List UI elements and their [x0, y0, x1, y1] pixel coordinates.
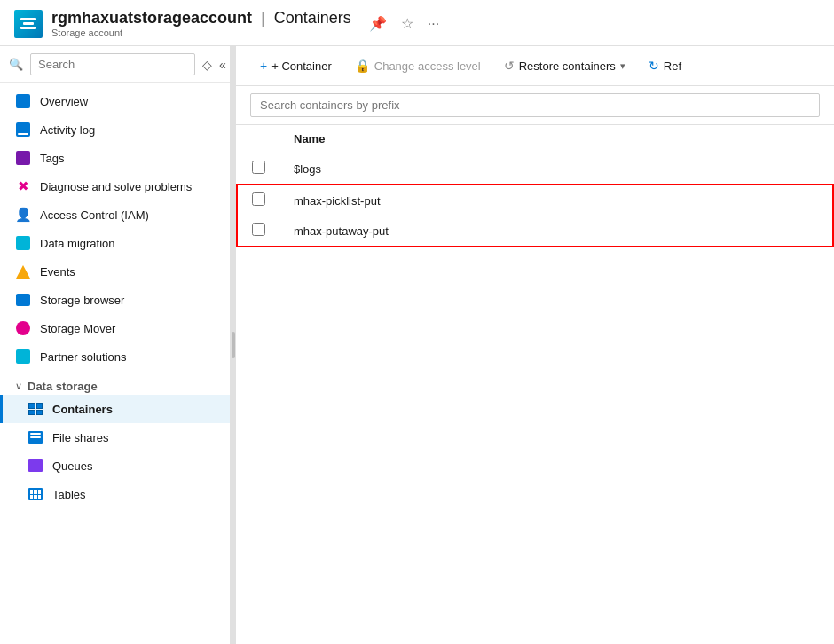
- events-icon: [15, 263, 31, 279]
- row-name-logs: $logs: [279, 153, 833, 185]
- sidebar-search-area: 🔍 ◇ «: [0, 46, 230, 83]
- row-checkbox-putaway[interactable]: [252, 223, 265, 236]
- row-checkbox-logs[interactable]: [252, 161, 265, 174]
- content-area: + + Container 🔒 Change access level ↺ Re…: [236, 46, 834, 644]
- sidebar-item-diagnose[interactable]: ✖ Diagnose and solve problems: [0, 172, 230, 200]
- row-name-picklist: mhax-picklist-put: [279, 185, 833, 216]
- sidebar-item-label-iam: Access Control (IAM): [40, 208, 149, 222]
- partner-solutions-icon: [15, 349, 31, 365]
- containers-table: Name $logs: [236, 125, 834, 247]
- resource-icon: [14, 10, 43, 38]
- sidebar-item-label-file-shares: File shares: [52, 431, 109, 444]
- sidebar-item-file-shares[interactable]: File shares: [0, 423, 230, 452]
- header-actions: 📌 ☆ ···: [367, 13, 441, 34]
- row-name-putaway: mhax-putaway-put: [279, 216, 833, 247]
- sidebar-collapse-button[interactable]: ◇: [202, 58, 212, 72]
- iam-icon: 👤: [15, 207, 31, 223]
- diagnose-icon: ✖: [15, 178, 31, 194]
- change-access-button[interactable]: 🔒 Change access level: [345, 53, 491, 78]
- sidebar-item-activity-log[interactable]: Activity log: [0, 115, 230, 144]
- data-storage-label: Data storage: [28, 380, 98, 393]
- tags-icon: [15, 150, 31, 166]
- container-search-input[interactable]: [250, 93, 820, 117]
- add-container-label: + Container: [271, 59, 332, 73]
- sidebar-item-label-containers: Containers: [52, 403, 113, 416]
- table-area: Name $logs: [236, 125, 834, 644]
- dropdown-arrow: ▾: [620, 60, 626, 72]
- lock-icon: 🔒: [355, 59, 370, 73]
- change-access-label: Change access level: [374, 59, 481, 73]
- resource-type: Storage account: [51, 27, 351, 38]
- header-separator: |: [261, 9, 265, 27]
- sidebar-item-storage-mover[interactable]: Storage Mover: [0, 314, 230, 342]
- sidebar-item-label-data-migration: Data migration: [40, 237, 115, 250]
- sidebar-item-tags[interactable]: Tags: [0, 144, 230, 172]
- search-bar: [236, 86, 834, 125]
- table-row: mhax-putaway-put: [237, 216, 833, 247]
- storage-browser-icon: [15, 292, 31, 308]
- toolbar: + + Container 🔒 Change access level ↺ Re…: [236, 46, 834, 86]
- sidebar-controls: ◇ «: [202, 58, 226, 72]
- resource-name: rgmhaxuatstorageaccount: [51, 9, 252, 27]
- sidebar-item-queues[interactable]: Queues: [0, 452, 230, 480]
- search-icon: 🔍: [9, 58, 23, 71]
- activity-log-icon: [15, 122, 31, 137]
- overview-icon: [15, 93, 31, 109]
- column-header-name: Name: [279, 125, 833, 153]
- refresh-label: Ref: [664, 59, 681, 73]
- table-row: $logs: [237, 153, 833, 185]
- sidebar-item-partner-solutions[interactable]: Partner solutions: [0, 342, 230, 371]
- sidebar-item-containers[interactable]: Containers: [0, 395, 230, 423]
- data-migration-icon: [15, 235, 31, 251]
- sidebar-item-iam[interactable]: 👤 Access Control (IAM): [0, 200, 230, 229]
- sidebar-resizer[interactable]: [231, 46, 236, 644]
- add-container-button[interactable]: + + Container: [250, 53, 342, 78]
- row-checkbox-picklist[interactable]: [252, 192, 265, 206]
- row-checkbox-cell[interactable]: [237, 216, 279, 247]
- add-icon: +: [260, 59, 267, 73]
- restore-containers-button[interactable]: ↺ Restore containers ▾: [494, 53, 635, 78]
- favorite-button[interactable]: ☆: [399, 13, 415, 34]
- more-options-button[interactable]: ···: [426, 14, 441, 34]
- sidebar: 🔍 ◇ « Overview Act: [0, 46, 231, 644]
- search-input[interactable]: [30, 53, 195, 75]
- tables-icon: [28, 486, 43, 502]
- sidebar-item-label-events: Events: [40, 265, 75, 279]
- sidebar-item-data-migration[interactable]: Data migration: [0, 229, 230, 257]
- main-layout: 🔍 ◇ « Overview Act: [0, 46, 834, 644]
- pin-button[interactable]: 📌: [367, 13, 389, 34]
- sidebar-item-label-overview: Overview: [40, 95, 88, 108]
- sidebar-navigation: Overview Activity log Tags: [0, 83, 230, 512]
- collapse-icon[interactable]: ∨: [15, 381, 22, 392]
- sidebar-pin-button[interactable]: «: [219, 58, 226, 72]
- row-checkbox-cell[interactable]: [237, 153, 279, 185]
- containers-icon: [28, 401, 43, 417]
- data-storage-section-header: ∨ Data storage: [0, 371, 230, 395]
- file-shares-icon: [28, 429, 43, 445]
- sidebar-item-events[interactable]: Events: [0, 257, 230, 286]
- storage-mover-icon: [15, 320, 31, 336]
- sidebar-item-label-diagnose: Diagnose and solve problems: [40, 180, 192, 193]
- sidebar-item-label-partner-solutions: Partner solutions: [40, 350, 127, 364]
- sidebar-item-tables[interactable]: Tables: [0, 480, 230, 508]
- column-header-checkbox: [237, 125, 279, 153]
- sidebar-item-storage-browser[interactable]: Storage browser: [0, 286, 230, 314]
- sidebar-item-label-storage-mover: Storage Mover: [40, 322, 115, 335]
- refresh-icon: ↻: [649, 59, 659, 73]
- restore-containers-label: Restore containers: [519, 59, 616, 73]
- header-title-group: rgmhaxuatstorageaccount | Containers Sto…: [51, 9, 351, 38]
- refresh-button[interactable]: ↻ Ref: [639, 53, 691, 78]
- row-checkbox-cell[interactable]: [237, 185, 279, 216]
- sidebar-item-label-queues: Queues: [52, 459, 93, 473]
- table-row: mhax-picklist-put: [237, 185, 833, 216]
- sidebar-item-label-activity-log: Activity log: [40, 123, 95, 137]
- sidebar-item-label-tables: Tables: [52, 488, 86, 501]
- sidebar-item-overview[interactable]: Overview: [0, 87, 230, 115]
- page-header: rgmhaxuatstorageaccount | Containers Sto…: [0, 0, 834, 46]
- page-title: Containers: [274, 9, 351, 27]
- sidebar-item-label-storage-browser: Storage browser: [40, 294, 124, 307]
- sidebar-item-label-tags: Tags: [40, 152, 64, 165]
- queues-icon: [28, 458, 43, 474]
- restore-icon: ↺: [504, 59, 515, 73]
